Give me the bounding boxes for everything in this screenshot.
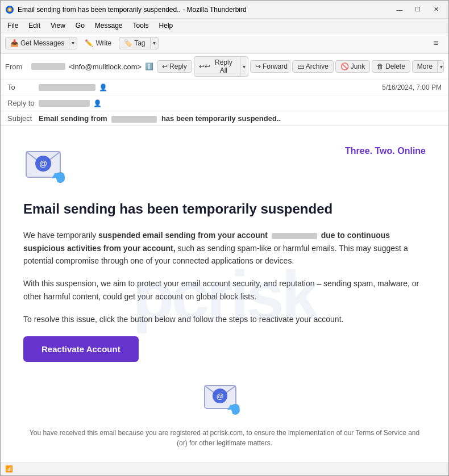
forward-button[interactable]: ↪ Forward xyxy=(251,61,290,72)
write-icon: ✏️ xyxy=(85,39,93,47)
reactivate-account-button[interactable]: Reactivate Account xyxy=(23,336,139,362)
tag-button[interactable]: 🏷️ Tag xyxy=(119,37,149,49)
p1-redacted xyxy=(272,233,317,239)
from-label: From xyxy=(5,62,28,71)
main-toolbar: 📥 Get Messages ▾ ✏️ Write 🏷️ Tag ▾ ≡ xyxy=(1,32,448,54)
svg-text:@: @ xyxy=(39,159,47,168)
reply-to-row: Reply to 👤 xyxy=(1,95,448,111)
subject-text: Email sending from has been temporarily … xyxy=(39,114,281,123)
close-button[interactable]: ✕ xyxy=(428,4,444,15)
svg-point-2 xyxy=(9,9,11,11)
archive-button[interactable]: 🗃 Archive xyxy=(292,60,334,73)
app-window: Email sending from has been temporarily … xyxy=(0,0,449,476)
subject-row: Subject Email sending from has been temp… xyxy=(1,111,448,126)
brand-name: Three. Two. Online xyxy=(345,143,426,156)
hamburger-menu-button[interactable]: ≡ xyxy=(428,35,444,51)
tag-dropdown[interactable]: ▾ xyxy=(150,37,158,49)
archive-icon: 🗃 xyxy=(297,62,304,70)
junk-icon: 🚫 xyxy=(340,62,349,70)
email-heading: Email sending has been temporarily suspe… xyxy=(23,200,426,218)
menu-view[interactable]: View xyxy=(46,20,70,31)
reply-all-icon: ↩↩ xyxy=(199,62,210,70)
status-bar: 📶 xyxy=(1,462,448,475)
reply-to-redacted xyxy=(39,100,90,107)
wifi-icon: 📶 xyxy=(5,465,13,473)
get-messages-icon: 📥 xyxy=(10,39,19,47)
reply-to-info-icon[interactable]: 👤 xyxy=(93,99,102,107)
to-redacted xyxy=(39,84,95,91)
window-controls: — ☐ ✕ xyxy=(392,4,444,15)
menu-go[interactable]: Go xyxy=(71,20,89,31)
reply-icon: ↩ xyxy=(162,62,168,70)
reply-all-dropdown[interactable]: ▾ xyxy=(240,57,248,76)
email-paragraph-2: With this suspension, we aim to protect … xyxy=(23,277,426,303)
email-footer-text: You have received this email because you… xyxy=(23,428,426,448)
from-value: <info@mulitlock.com> ℹ️ xyxy=(31,62,153,71)
menu-help[interactable]: Help xyxy=(155,20,178,31)
to-value: 👤 xyxy=(39,83,382,91)
menu-edit[interactable]: Edit xyxy=(24,20,45,31)
menu-tools[interactable]: Tools xyxy=(128,20,153,31)
email-logo-icon: @ xyxy=(23,143,74,189)
forward-split-button[interactable]: ↪ Forward xyxy=(250,60,290,73)
title-bar: Email sending from has been temporarily … xyxy=(1,1,448,19)
reply-to-label: Reply to xyxy=(7,99,39,107)
thunderbird-icon xyxy=(5,5,14,14)
email-date: 5/16/2024, 7:00 PM xyxy=(382,83,442,91)
menu-bar: File Edit View Go Message Tools Help xyxy=(1,19,448,32)
more-button[interactable]: More xyxy=(413,61,437,72)
subject-label: Subject xyxy=(7,114,39,123)
subject-redacted xyxy=(111,116,157,123)
email-logo-area: @ Three. Two. Online xyxy=(23,143,426,189)
from-redacted xyxy=(31,63,65,70)
from-info-icon[interactable]: ℹ️ xyxy=(145,62,153,70)
svg-text:@: @ xyxy=(217,392,224,400)
email-footer-icon: @ xyxy=(202,379,247,419)
to-row: To 👤 5/16/2024, 7:00 PM xyxy=(1,80,448,95)
from-email: <info@mulitlock.com> xyxy=(69,62,142,71)
delete-button[interactable]: 🗑 Delete xyxy=(372,60,410,73)
get-messages-dropdown[interactable]: ▾ xyxy=(69,37,77,49)
tag-icon: 🏷️ xyxy=(124,39,132,47)
reply-all-split-button[interactable]: ↩↩ Reply All ▾ xyxy=(194,56,248,77)
to-label: To xyxy=(7,83,39,91)
email-action-buttons: ↩ Reply ↩↩ Reply All ▾ ↪ Forward xyxy=(157,56,444,77)
menu-file[interactable]: File xyxy=(3,20,23,31)
more-split-button[interactable]: More ▾ xyxy=(412,60,444,73)
more-dropdown[interactable]: ▾ xyxy=(437,61,444,72)
to-info-icon[interactable]: 👤 xyxy=(99,83,107,91)
window-title: Email sending from has been temporarily … xyxy=(18,6,392,14)
reply-all-button[interactable]: ↩↩ Reply All xyxy=(194,57,240,76)
email-content: pcrisk @ Three. Two. Online Email sendin xyxy=(1,126,448,462)
get-messages-button[interactable]: 📥 Get Messages xyxy=(6,37,69,49)
email-paragraph-3: To resolve this issue, click the button … xyxy=(23,313,426,325)
reply-button[interactable]: ↩ Reply xyxy=(157,60,192,73)
maximize-button[interactable]: ☐ xyxy=(410,4,426,15)
minimize-button[interactable]: — xyxy=(392,4,408,15)
write-button[interactable]: ✏️ Write xyxy=(80,36,117,50)
menu-message[interactable]: Message xyxy=(90,20,127,31)
tag-split-button[interactable]: 🏷️ Tag ▾ xyxy=(119,37,158,49)
junk-button[interactable]: 🚫 Junk xyxy=(335,60,370,73)
reply-to-value: 👤 xyxy=(39,99,442,107)
email-body: pcrisk @ Three. Two. Online Email sendin xyxy=(1,126,448,462)
get-messages-split-button[interactable]: 📥 Get Messages ▾ xyxy=(5,37,77,49)
delete-icon: 🗑 xyxy=(377,62,384,70)
forward-icon: ↪ xyxy=(255,62,261,70)
email-paragraph-1: We have temporarily suspended email send… xyxy=(23,229,426,267)
email-header: From <info@mulitlock.com> ℹ️ ↩ Reply ↩↩ … xyxy=(1,54,448,126)
email-footer-logo-area: @ xyxy=(23,379,426,419)
